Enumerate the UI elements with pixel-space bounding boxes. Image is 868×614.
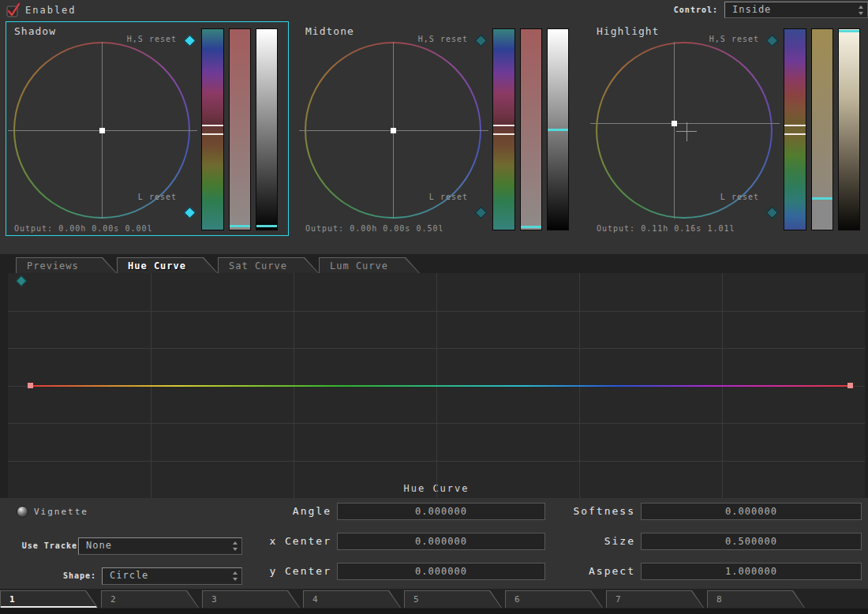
output-readout: Output: 0.11h 0.16s 1.01l [597,224,735,233]
luminance-slider-marker [256,225,277,227]
hue-slider-marker [493,125,514,126]
field-label-size: Size [489,535,635,547]
tab-hue-curve[interactable]: Hue Curve [117,257,218,273]
page-tab-2[interactable]: 2 [101,590,199,608]
hs-reset-button[interactable] [766,35,779,47]
hue-sat-marker[interactable] [99,128,105,133]
page-tab-bar: 12345678 [0,589,868,608]
hue-slider[interactable] [201,28,224,230]
saturation-slider[interactable] [229,28,251,230]
hs-reset-label: H,S reset [675,35,759,43]
color-warper-window: Enabled Control: Inside ShadowH,S resetL… [0,0,868,614]
plot-corner-diamond-icon[interactable] [16,275,27,286]
tab-label: 5 [413,594,420,605]
tab-label: 7 [615,594,622,605]
cursor-crosshair-icon [687,122,687,141]
tab-body: 6 [506,591,602,608]
spinner-down-icon[interactable] [233,578,238,581]
luminance-slider[interactable] [547,28,569,230]
grid-line-horizontal [8,423,865,424]
grid-line-horizontal [8,311,865,312]
tab-body: 3 [203,591,299,608]
panel-title: Midtone [305,25,354,37]
l-reset-label: L reset [675,193,759,201]
l-reset-label: L reset [384,193,468,201]
saturation-slider[interactable] [520,28,542,230]
hue-slider-marker [493,133,514,135]
tab-label: 3 [211,594,218,605]
hue-sat-marker[interactable] [391,128,396,133]
page-tab-8[interactable]: 8 [707,590,805,608]
bottom-edge [0,608,868,614]
saturation-slider-marker [521,226,541,228]
grid-line-horizontal [8,461,865,462]
tab-body: Sat Curve [219,258,318,273]
hs-reset-button[interactable] [475,35,488,47]
tab-body: 2 [102,591,198,608]
saturation-slider-marker [230,225,250,227]
enabled-label: Enabled [25,5,77,16]
spinner-up-icon[interactable] [859,6,863,9]
tab-label: 1 [9,594,16,605]
field-input-aspect[interactable]: 1.000000 [641,563,862,580]
hue-wheel-inner [597,43,771,217]
panel-title: Shadow [14,25,56,37]
tab-body: Hue Curve [118,258,217,273]
hue-curve-line[interactable] [30,385,851,387]
checkbox-check-icon [6,2,23,19]
page-tab-4[interactable]: 4 [303,590,401,608]
saturation-slider-marker [812,197,832,200]
wheel-panel-midtone: MidtoneH,S resetL resetOutput: 0.00h 0.0… [297,22,579,235]
tab-label: Lum Curve [330,260,388,271]
field-label-y-center: y Center [189,565,331,577]
l-reset-button[interactable] [475,207,488,219]
l-reset-button[interactable] [184,207,196,219]
hs-reset-label: H,S reset [93,35,177,43]
tab-label: 8 [716,594,723,605]
luminance-slider[interactable] [838,28,860,230]
tab-body: Previews [17,258,116,273]
output-readout: Output: 0.00h 0.00s 0.00l [14,224,153,233]
spinner-down-icon[interactable] [233,548,238,551]
hue-slider-marker [202,133,223,135]
hue-slider-marker [784,125,806,126]
top-bar: Enabled Control: Inside [0,0,868,21]
tab-sat-curve[interactable]: Sat Curve [218,257,319,273]
hue-slider-marker [202,125,223,126]
control-dropdown[interactable]: Inside [724,2,868,18]
saturation-slider[interactable] [811,28,833,230]
shape-label: Shape: [30,571,96,580]
tab-label: Hue Curve [128,260,186,271]
page-tab-5[interactable]: 5 [404,590,502,608]
hs-reset-button[interactable] [184,35,196,47]
field-label-x-center: x Center [189,535,331,547]
control-label: Control: [674,6,718,14]
vignette-radio[interactable] [17,506,28,518]
field-label-softness: Softness [489,505,635,517]
curve-handle-right[interactable] [847,383,853,388]
spinner-icon[interactable] [858,5,864,16]
curve-plot-area[interactable]: Hue Curve [8,273,865,498]
page-tab-3[interactable]: 3 [202,590,300,608]
page-tab-7[interactable]: 7 [606,590,704,608]
tab-lum-curve[interactable]: Lum Curve [319,257,420,273]
tab-label: 4 [312,594,319,605]
luminance-slider[interactable] [256,28,278,230]
hue-slider[interactable] [784,28,806,230]
l-reset-button[interactable] [766,207,779,219]
control-dropdown-value: Inside [732,4,771,15]
spinner-down-icon[interactable] [859,12,863,15]
hue-sat-marker[interactable] [672,121,677,126]
field-input-softness[interactable]: 0.000000 [641,503,862,520]
field-input-size[interactable]: 0.500000 [641,533,862,550]
enabled-checkbox[interactable] [6,2,23,19]
shape-value: Circle [110,570,148,581]
hs-reset-label: H,S reset [384,35,468,43]
tab-previews[interactable]: Previews [16,257,117,273]
hue-slider[interactable] [492,28,515,230]
page-tab-1[interactable]: 1 [0,590,98,608]
luminance-slider-marker [548,129,568,131]
wheel-panel-highlight: HighlightH,S resetL resetOutput: 0.11h 0… [589,22,868,235]
page-tab-6[interactable]: 6 [505,590,603,608]
curve-handle-left[interactable] [28,383,33,388]
